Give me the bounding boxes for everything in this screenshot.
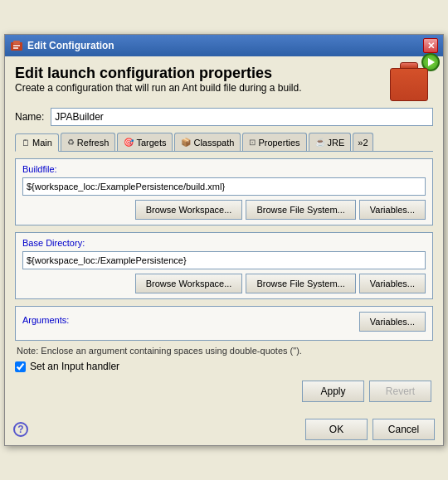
basedir-input[interactable] — [22, 251, 426, 269]
tab-jre-label: JRE — [328, 138, 345, 148]
tab-targets[interactable]: 🎯 Targets — [117, 133, 173, 151]
svg-rect-1 — [13, 41, 20, 44]
buildfile-input[interactable] — [22, 177, 426, 196]
close-button[interactable]: ✕ — [423, 38, 438, 53]
buildfile-variables-button[interactable]: Variables... — [359, 200, 426, 220]
tab-main-label: Main — [32, 138, 52, 148]
footer-buttons: OK Cancel — [305, 419, 435, 440]
tab-main[interactable]: 🗒 Main — [15, 133, 59, 152]
dialog-body: Edit launch configuration properties Cre… — [5, 56, 443, 414]
apply-section: Apply Revert — [15, 377, 433, 405]
tab-more[interactable]: »2 — [353, 133, 373, 151]
toolbox-icon-container — [390, 65, 433, 108]
header-subtitle: Create a configuration that will run an … — [15, 82, 302, 94]
title-bar: Edit Configuration ✕ — [5, 35, 443, 56]
basedir-browse-filesystem-button[interactable]: Browse File System... — [246, 274, 355, 293]
cancel-button[interactable]: Cancel — [373, 419, 435, 440]
tab-bar: 🗒 Main ♻ Refresh 🎯 Targets 📦 Classpath ⊡… — [15, 133, 433, 152]
buildfile-browse-filesystem-button[interactable]: Browse File System... — [246, 200, 355, 220]
tab-more-label: »2 — [358, 138, 368, 148]
title-bar-left: Edit Configuration — [10, 39, 114, 52]
header-title: Edit launch configuration properties — [15, 65, 302, 82]
toolbox-handle — [400, 62, 418, 69]
name-label: Name: — [15, 111, 44, 123]
arguments-section: Arguments: Variables... — [15, 306, 433, 341]
arguments-header: Arguments: Variables... — [22, 312, 426, 332]
classpath-tab-icon: 📦 — [181, 138, 191, 147]
apply-button[interactable]: Apply — [302, 381, 364, 402]
main-tab-icon: 🗒 — [22, 138, 30, 148]
edit-configuration-dialog: Edit Configuration ✕ Edit launch configu… — [4, 34, 444, 446]
tab-targets-label: Targets — [136, 138, 166, 148]
basedir-variables-button[interactable]: Variables... — [359, 274, 426, 293]
ok-button[interactable]: OK — [305, 419, 368, 440]
tab-refresh-label: Refresh — [77, 138, 110, 148]
window-title: Edit Configuration — [27, 40, 114, 51]
buildfile-browse-workspace-button[interactable]: Browse Workspace... — [135, 200, 243, 220]
tab-classpath-label: Classpath — [193, 138, 234, 148]
buildfile-buttons: Browse Workspace... Browse File System..… — [22, 200, 426, 220]
revert-button[interactable]: Revert — [369, 381, 431, 402]
dialog-icon — [10, 39, 23, 52]
arguments-label: Arguments: — [22, 315, 69, 325]
dialog-footer: ? OK Cancel — [5, 414, 443, 445]
name-row: Name: — [15, 108, 433, 126]
jre-tab-icon: ☕ — [315, 138, 325, 147]
arguments-variables-button[interactable]: Variables... — [359, 312, 426, 332]
buildfile-label: Buildfile: — [22, 164, 426, 174]
targets-tab-icon: 🎯 — [124, 138, 134, 147]
refresh-tab-icon: ♻ — [67, 138, 75, 147]
basedir-browse-workspace-button[interactable]: Browse Workspace... — [135, 274, 243, 293]
tab-properties-label: Properties — [258, 138, 299, 148]
properties-tab-icon: ⊡ — [249, 138, 256, 147]
tab-classpath[interactable]: 📦 Classpath — [174, 133, 241, 151]
input-handler-checkbox[interactable] — [15, 361, 26, 372]
tab-refresh[interactable]: ♻ Refresh — [61, 133, 116, 151]
play-triangle — [428, 58, 435, 66]
help-icon[interactable]: ? — [13, 422, 28, 437]
arguments-note: Note: Enclose an argument containing spa… — [15, 346, 433, 356]
basedir-label: Base Directory: — [22, 238, 426, 248]
checkbox-label: Set an Input handler — [30, 361, 119, 372]
tab-jre[interactable]: ☕ JRE — [309, 133, 352, 151]
name-input[interactable] — [51, 108, 433, 126]
toolbox-icon — [390, 68, 428, 101]
header-text: Edit launch configuration properties Cre… — [15, 65, 302, 94]
basedir-section: Base Directory: Browse Workspace... Brow… — [15, 232, 433, 299]
basedir-buttons: Browse Workspace... Browse File System..… — [22, 274, 426, 293]
buildfile-section: Buildfile: Browse Workspace... Browse Fi… — [15, 158, 433, 225]
tab-properties[interactable]: ⊡ Properties — [242, 133, 306, 151]
dialog-header: Edit launch configuration properties Cre… — [15, 65, 433, 108]
checkbox-row: Set an Input handler — [15, 361, 433, 372]
